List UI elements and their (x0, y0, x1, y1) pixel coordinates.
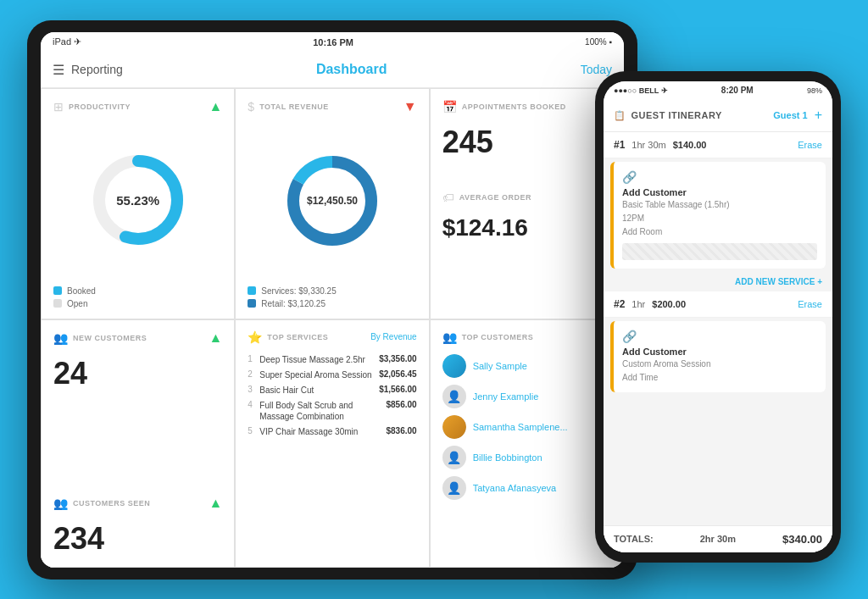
appointments-icon: 📅 (442, 100, 457, 114)
avg-order-header: 🏷 AVERAGE ORDER (442, 191, 611, 204)
customers-seen-header: 👥 CUSTOMERS SEEN ▲ (53, 496, 222, 511)
phone-content: #1 1hr 30m $140.00 Erase 🔗 Add Customer … (604, 132, 832, 552)
service-price-2: $2,056.45 (379, 369, 417, 379)
retail-label: Retail: $3,120.25 (261, 299, 326, 308)
service-rank-1: 1 (248, 354, 256, 363)
menu-icon[interactable]: ☰ (53, 62, 64, 78)
phone-device: ●●●○○ BELL ✈ 8:20 PM 98% 📋 GUEST ITINERA… (595, 71, 841, 563)
productivity-trend-icon: ▲ (209, 99, 222, 114)
customer-avatar-5: 👤 (442, 476, 466, 500)
productivity-chart: 55.23% (53, 121, 222, 280)
customer-avatar-1 (442, 354, 466, 378)
customer-item-3: Samantha Samplene... (442, 415, 611, 439)
service-price-5: $836.00 (387, 426, 417, 435)
add-service-button[interactable]: ADD NEW SERVICE + (735, 277, 822, 286)
service-block-1: 🔗 Add Customer Basic Table Massage (1.5h… (610, 162, 826, 269)
top-customers-icon: 👥 (442, 330, 457, 344)
customer-avatar-placeholder-2: 👤 (447, 390, 461, 403)
revenue-card: $ TOTAL REVENUE ▼ $12,450.50 (235, 88, 429, 319)
open-legend: Open (53, 299, 222, 308)
guest-label[interactable]: Guest 1 (773, 110, 807, 120)
new-customers-card: 👥 NEW CUSTOMERS ▲ 24 👥 CUSTOMERS SEEN ▲ (41, 319, 235, 568)
appointments-value: 245 (442, 125, 611, 160)
appointments-label: APPOINTMENTS BOOKED (462, 103, 566, 111)
top-services-label: TOP SERVICES (267, 333, 328, 341)
phone-nav-right: Guest 1 + (773, 108, 822, 123)
revenue-icon: $ (248, 100, 254, 114)
booked-legend: Booked (53, 286, 222, 296)
new-customers-value: 24 (53, 356, 222, 391)
service-name-2: Super Special Aroma Session (259, 369, 374, 380)
phone-screen: ●●●○○ BELL ✈ 8:20 PM 98% 📋 GUEST ITINERA… (604, 81, 832, 552)
spacer (604, 396, 832, 525)
revenue-label: TOTAL REVENUE (259, 103, 329, 111)
service-price-4: $856.00 (387, 400, 417, 409)
revenue-donut: $12,450.50 (281, 150, 383, 252)
itinerary-row-2: #2 1hr $200.00 Erase (604, 291, 832, 318)
productivity-icon: ⊞ (53, 100, 64, 114)
phone-time: 8:20 PM (721, 86, 754, 95)
customer-avatar-2: 👤 (442, 385, 466, 408)
top-services-icon: ⭐ (248, 330, 262, 344)
slot1-left: #1 1hr 30m $140.00 (614, 139, 706, 151)
customer-item-2: 👤 Jenny Examplie (442, 385, 611, 408)
customers-seen-trend-icon: ▲ (209, 496, 222, 511)
customer-name-2[interactable]: Jenny Examplie (473, 391, 539, 402)
customer-name-1[interactable]: Sally Sample (473, 361, 527, 371)
top-services-header: ⭐ TOP SERVICES By Revenue (248, 330, 416, 344)
revenue-chart: $12,450.50 (248, 121, 416, 281)
avg-order-value: $124.16 (442, 214, 611, 241)
slot1-number: #1 (614, 139, 625, 151)
productivity-value: 55.23% (116, 193, 159, 208)
customer-name-5[interactable]: Tatyana Afanasyeva (473, 483, 556, 493)
tablet-screen: iPad ✈ 10:16 PM 100% ▪ ☰ Reporting Dashb… (41, 32, 624, 568)
service-price-1: $3,356.00 (379, 354, 417, 363)
services-legend: Services: $9,330.25 (248, 286, 416, 296)
customers-list: Sally Sample 👤 Jenny Examplie (442, 354, 611, 500)
tablet-battery: 100% ▪ (585, 37, 612, 47)
today-button[interactable]: Today (581, 63, 612, 76)
customer-name-3[interactable]: Samantha Samplene... (473, 422, 568, 432)
service-name-5: VIP Chair Massage 30min (259, 426, 381, 437)
service-block-1-detail: Basic Table Massage (1.5hr) (622, 199, 817, 211)
service-item-2: 2 Super Special Aroma Session $2,056.45 (248, 369, 416, 380)
slot1-erase-button[interactable]: Erase (798, 140, 822, 150)
avg-order-icon: 🏷 (442, 191, 454, 204)
revenue-trend-icon: ▼ (403, 99, 417, 114)
new-customers-trend-icon: ▲ (209, 330, 222, 346)
service-item-4: 4 Full Body Salt Scrub and Massage Combi… (248, 400, 416, 422)
customer-name-4[interactable]: Billie Bobbington (473, 452, 542, 463)
phone-navbar: 📋 GUEST ITINERARY Guest 1 + (604, 100, 832, 132)
dashboard-title[interactable]: Dashboard (316, 62, 387, 77)
service-name-1: Deep Tissue Massage 2.5hr (259, 354, 374, 365)
service-rank-4: 4 (248, 400, 256, 409)
slot2-number: #2 (614, 298, 625, 310)
customer-avatar-4: 👤 (442, 446, 466, 469)
customer-item-5: 👤 Tatyana Afanasyeva (442, 476, 611, 500)
avg-order-label: AVERAGE ORDER (459, 193, 531, 202)
revenue-legend: Services: $9,330.25 Retail: $3,120.25 (248, 286, 416, 308)
productivity-donut: 55.23% (87, 149, 189, 251)
service-item-5: 5 VIP Chair Massage 30min $836.00 (248, 426, 416, 437)
service-rank-3: 3 (248, 385, 256, 394)
customer-item-1: Sally Sample (442, 354, 611, 378)
add-guest-button[interactable]: + (815, 108, 822, 123)
by-revenue-filter[interactable]: By Revenue (370, 332, 416, 341)
service-price-3: $1,566.00 (379, 385, 417, 394)
productivity-card: ⊞ PRODUCTIVITY ▲ 55.23% (41, 88, 235, 319)
add-service-row: ADD NEW SERVICE + (604, 272, 832, 291)
slot2-duration: 1hr (632, 299, 645, 309)
appointments-header: 📅 APPOINTMENTS BOOKED ▲ (442, 99, 611, 114)
customer-item-4: 👤 Billie Bobbington (442, 446, 611, 469)
service-block-1-striped (622, 243, 817, 260)
totals-duration: 2hr 30m (700, 534, 736, 544)
services-dot (248, 286, 256, 295)
itinerary-title: GUEST ITINERARY (632, 110, 722, 120)
service-item-3: 3 Basic Hair Cut $1,566.00 (248, 385, 416, 396)
slot2-erase-button[interactable]: Erase (798, 299, 822, 309)
phone-battery: 98% (807, 86, 822, 95)
revenue-header: $ TOTAL REVENUE ▼ (248, 99, 416, 114)
slot2-price: $200.00 (652, 299, 686, 309)
itinerary-nav-icon: 📋 (614, 110, 626, 121)
service-block-2-detail: Custom Aroma Session (622, 358, 817, 370)
